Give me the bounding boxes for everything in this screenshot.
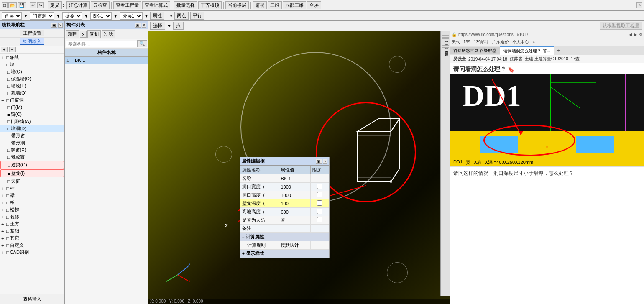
attr-depth-value[interactable]: 100 <box>279 199 310 208</box>
define-btn[interactable]: 定义 <box>48 1 62 9</box>
drawing-input-btn[interactable]: 绘图输入 <box>20 38 44 45</box>
eng-settings-btn[interactable]: 工程设置 <box>20 30 44 36</box>
bookmark-weather[interactable]: 天气 <box>452 39 460 45</box>
tree-item-niche[interactable]: ■ 壁龛(I) <box>0 169 64 177</box>
search-input[interactable] <box>66 41 137 47</box>
attr-name-value[interactable]: BK-1 <box>279 174 310 183</box>
copy-comp-btn[interactable]: 复制 <box>87 30 101 38</box>
level-top-btn[interactable]: 平齐板顶 <box>198 1 222 9</box>
mid-close-btn[interactable]: × <box>142 23 146 28</box>
attr-civil-value[interactable]: 否 <box>279 216 310 225</box>
tree-item-foundation[interactable]: +□ 基础 <box>0 227 64 235</box>
nav-forward[interactable]: ▶ <box>634 32 637 37</box>
undo-btn[interactable]: ↩ <box>30 2 36 8</box>
tree-item-earthwork[interactable]: +□ 土方 <box>0 220 64 227</box>
local-3d-btn[interactable]: 局部三维 <box>283 1 306 9</box>
mid-float-btn[interactable]: ▣ <box>135 23 141 28</box>
point-btn[interactable]: 点 <box>173 22 184 30</box>
search-btn[interactable]: 🔍 <box>137 40 147 47</box>
tree-expand-btn[interactable]: + <box>1 47 8 52</box>
tree-item-bay-win[interactable]: □ 飘窗(X) <box>0 146 64 153</box>
merge-btn[interactable]: 合并 <box>442 38 449 41</box>
type2-select[interactable]: 壁龛 <box>62 12 82 20</box>
tree-item-beam[interactable]: +□ 梁 <box>0 192 64 199</box>
nav-refresh[interactable]: ↻ <box>639 32 642 37</box>
filter-comp-btn[interactable]: 过滤 <box>102 30 115 38</box>
tree-item-strip-hole[interactable]: ─ 带形洞 <box>0 139 64 146</box>
tree-item-wall-pier[interactable]: □ 墙垛(E) <box>0 82 64 89</box>
attr-float-btn[interactable]: ▣ <box>316 159 322 164</box>
tree-item-decoration[interactable]: +□ 装修 <box>0 213 64 220</box>
bookmark-email-label[interactable]: 139邮箱 <box>474 39 489 45</box>
3d-btn[interactable]: 三维 <box>268 1 282 9</box>
tree-item-wall[interactable]: − □ 墙 <box>0 61 64 68</box>
attr-elevation-check[interactable] <box>310 208 329 216</box>
browser-tab-add[interactable]: + <box>554 46 562 54</box>
attr-height-value[interactable]: 1000 <box>279 191 310 199</box>
two-point-btn[interactable]: 两点 <box>174 12 189 20</box>
offset-btn[interactable]: 偏移 <box>442 45 449 48</box>
tree-item-door[interactable]: □ 门(M) <box>0 104 64 111</box>
tree-collapse-btn[interactable]: − <box>9 47 16 52</box>
tree-item-wall-q[interactable]: □ 墙(Q) <box>0 68 64 75</box>
bookmark-email[interactable]: 139 <box>463 40 470 44</box>
save-btn[interactable]: 💾 <box>18 2 26 8</box>
tree-item-door-win[interactable]: − □ 门窗洞 <box>0 97 64 104</box>
more-btn[interactable]: » <box>636 2 642 8</box>
tree-item-column[interactable]: +□ 柱 <box>0 185 64 192</box>
tree-item-tiger-win[interactable]: □ 老虎窗 <box>0 153 64 161</box>
tree-item-slab[interactable]: +□ 板 <box>0 199 64 206</box>
open-btn[interactable]: 📂 <box>8 2 17 8</box>
comp-row-1[interactable]: 1 BK-1 <box>65 57 148 64</box>
tree-item-skylight[interactable]: □ 天窗 <box>0 178 64 185</box>
browser-tab-qa-active[interactable]: 请问墙洞怎么处理？-答... <box>500 46 554 55</box>
tree-item-lintel[interactable]: □ 过梁(G) <box>0 161 64 169</box>
attr-depth-check[interactable] <box>310 199 329 208</box>
tree-item-axis[interactable]: + □ 轴线 <box>0 54 64 61</box>
del-comp-btn[interactable]: × <box>80 31 87 38</box>
component-select[interactable]: BK-1 <box>90 12 112 20</box>
non-modify-btn[interactable]: 非修 <box>442 35 449 38</box>
browser-tab-qa-home[interactable]: 答疑解惑首页-答疑解惑 <box>450 47 500 54</box>
extract-from-model-btn[interactable]: 从模型提取工程量 <box>600 22 642 30</box>
attr-btn[interactable]: 属性 <box>150 12 164 20</box>
type1-select[interactable]: 门窗洞 <box>30 12 54 20</box>
tree-item-cad[interactable]: +□ CAD识别 <box>0 249 64 256</box>
top-view-btn[interactable]: 俯视 <box>253 1 267 9</box>
calc-btn[interactable]: 汇总计算 <box>66 1 90 9</box>
select-btn[interactable]: 选择 <box>150 22 165 30</box>
attr-elevation-value[interactable]: 600 <box>279 208 310 216</box>
attr-width-check[interactable] <box>310 183 329 191</box>
bookmark-personal[interactable]: 个人中心 <box>512 39 529 45</box>
table-input-btn[interactable]: 表格输入 <box>23 296 41 301</box>
tree-item-door-win-combo[interactable]: □ 门联窗(A) <box>0 118 64 125</box>
tree-item-insulation[interactable]: □ 保温墙(Q) <box>0 75 64 82</box>
bookmark-cost[interactable]: 广东造价 <box>492 39 509 45</box>
attr-height-check[interactable] <box>310 191 329 199</box>
batch-select-btn[interactable]: 批量选择 <box>174 1 197 9</box>
view-calc-btn[interactable]: 查看计算式 <box>142 1 170 9</box>
attr-close-btn[interactable]: × <box>323 159 327 164</box>
new-btn[interactable]: □ <box>2 2 8 8</box>
redo-btn[interactable]: ↪ <box>37 2 44 8</box>
panel-close-btn[interactable]: × <box>58 23 63 28</box>
extend-btn[interactable]: 延伸 <box>442 32 449 34</box>
attr-width-value[interactable]: 1000 <box>279 183 310 191</box>
fullscreen-btn[interactable]: 全屏 <box>307 1 321 9</box>
tree-item-stair[interactable]: +□ 楼梯 <box>0 206 64 213</box>
floor-select[interactable]: 首层 <box>2 12 22 20</box>
attr-civil-check[interactable] <box>310 216 329 225</box>
cur-floor-btn[interactable]: 当前楼层 <box>225 1 249 9</box>
tree-item-custom[interactable]: +□ 自定义 <box>0 242 64 249</box>
align-btn[interactable]: 对齐 <box>442 42 449 44</box>
nav-back[interactable]: ◀ <box>629 32 632 37</box>
panel-float-btn[interactable]: ▣ <box>51 23 57 28</box>
layer-select[interactable]: 分层1 <box>120 12 143 20</box>
new-comp-btn[interactable]: 新建 <box>66 30 79 38</box>
cloud-check-btn[interactable]: 云检查 <box>91 1 110 9</box>
attr-calc-rule-value[interactable]: 按默认计 <box>279 241 310 250</box>
view-eng-btn[interactable]: 查看工程量 <box>113 1 141 9</box>
tree-item-other[interactable]: +□ 其它 <box>0 235 64 242</box>
stretch-btn[interactable]: 拉伸 <box>442 49 449 51</box>
attr-note-value[interactable] <box>279 225 310 233</box>
